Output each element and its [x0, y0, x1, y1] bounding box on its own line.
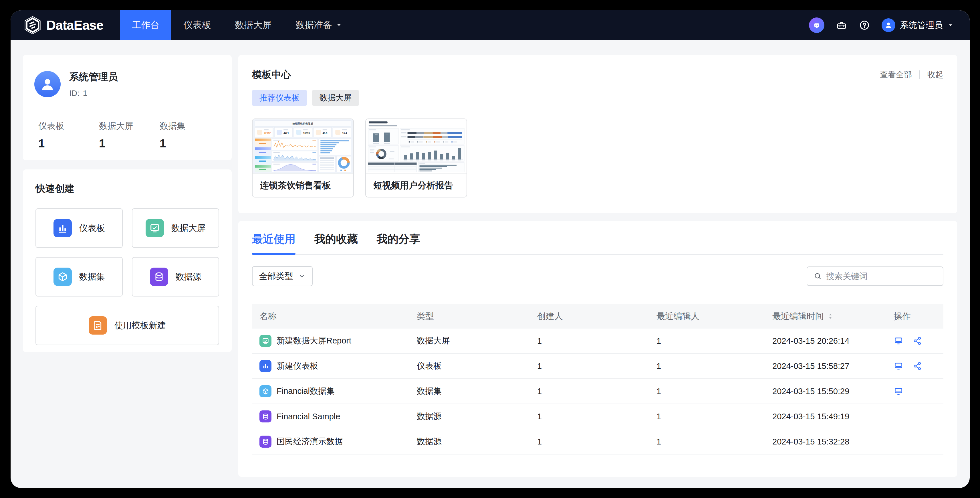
chevron-down-icon [298, 272, 306, 280]
search-box [807, 267, 943, 286]
row-creator: 1 [537, 336, 657, 346]
app-window: DataEase 工作台 仪表板 数据大屏 数据准备 系统管理员 [11, 10, 970, 488]
row-type-icon [259, 385, 272, 397]
row-type-icon [259, 410, 272, 423]
row-name: 新建仪表板 [277, 360, 318, 372]
sort-icon[interactable] [827, 313, 834, 320]
nav-item-数据准备[interactable]: 数据准备 [283, 10, 355, 40]
ai-assistant-button[interactable] [809, 18, 824, 33]
template-filter-tag[interactable]: 数据大屏 [312, 90, 359, 106]
quick-create-数据源[interactable]: 数据源 [132, 257, 219, 297]
top-navbar: DataEase 工作台 仪表板 数据大屏 数据准备 系统管理员 [11, 10, 970, 40]
template-cards: 连锁茶饮销售看板 [252, 118, 943, 198]
tab-最近使用[interactable]: 最近使用 [252, 232, 296, 254]
type-filter-select[interactable]: 全部类型 [252, 266, 313, 286]
monitor-icon[interactable] [894, 386, 903, 396]
quick-create-label: 使用模板新建 [115, 320, 166, 331]
row-editor: 1 [657, 387, 772, 396]
row-edit-time: 2024-03-15 15:49:19 [772, 412, 894, 421]
nav-menu: 工作台 仪表板 数据大屏 数据准备 [120, 10, 355, 40]
tab-我的分享[interactable]: 我的分享 [377, 232, 420, 254]
chart-bars-icon [262, 362, 269, 370]
brand-logo[interactable]: DataEase [24, 16, 103, 35]
col-header-name[interactable]: 名称 [252, 311, 417, 322]
template-thumbnail-video [366, 119, 466, 174]
chevron-down-icon [947, 22, 954, 28]
profile-id-value: 1 [83, 89, 88, 98]
profile-stat: 数据大屏 1 [99, 120, 160, 150]
share-icon[interactable] [913, 361, 922, 371]
person-icon [38, 75, 57, 94]
row-type: 仪表板 [417, 360, 537, 372]
col-header-creator[interactable]: 创建人 [537, 311, 657, 322]
nav-item-仪表板[interactable]: 仪表板 [171, 10, 223, 40]
navbar-right: 系统管理员 [809, 18, 954, 33]
quick-create-数据集[interactable]: 数据集 [35, 257, 123, 297]
row-type: 数据集 [417, 386, 537, 397]
col-header-editor[interactable]: 最近编辑人 [657, 311, 772, 322]
quick-create-icon-tile [146, 219, 164, 237]
template-tags: 推荐仪表板数据大屏 [252, 90, 943, 106]
database-icon [262, 438, 269, 445]
template-center-panel: 模板中心 查看全部 收起 推荐仪表板数据大屏 [238, 55, 957, 213]
tab-我的收藏[interactable]: 我的收藏 [314, 232, 358, 254]
col-header-actions: 操作 [894, 311, 943, 322]
share-icon[interactable] [913, 336, 922, 346]
brand-name: DataEase [46, 18, 103, 33]
quick-create-数据大屏[interactable]: 数据大屏 [132, 208, 219, 248]
profile-name: 系统管理员 [69, 70, 118, 84]
link-divider [920, 70, 920, 79]
help-icon[interactable] [859, 19, 870, 31]
search-input[interactable] [826, 271, 937, 281]
toolbox-icon[interactable] [836, 19, 847, 31]
screen-check-icon [262, 337, 269, 345]
row-type-icon [259, 436, 272, 448]
col-header-type[interactable]: 类型 [417, 311, 537, 322]
stat-label: 数据大屏 [99, 120, 160, 132]
content-column: 模板中心 查看全部 收起 推荐仪表板数据大屏 [238, 55, 957, 477]
collapse-link[interactable]: 收起 [928, 69, 943, 80]
profile-avatar [34, 71, 60, 97]
quick-create-label: 数据集 [79, 271, 105, 283]
user-menu[interactable]: 系统管理员 [881, 18, 954, 32]
table-body: 新建数据大屏Report 数据大屏 1 1 2024-03-15 20:26:1… [252, 329, 943, 455]
table-header: 名称 类型 创建人 最近编辑人 最近编辑时间 操作 [252, 304, 943, 329]
row-editor: 1 [657, 437, 772, 447]
table-row[interactable]: Financial Sample 数据源 1 1 2024-03-15 15:4… [252, 404, 943, 429]
user-avatar [881, 18, 895, 32]
template-thumbnail-tea: 连锁茶饮销售看板 [253, 119, 353, 174]
main-content: 系统管理员 ID: 1 仪表板 1 数据大屏 1 数据集 1 快速创建 [11, 40, 970, 477]
quick-create-label: 数据源 [176, 271, 201, 283]
template-card-video-report[interactable]: 短视频用户分析报告 [365, 118, 467, 198]
template-card-title: 连锁茶饮销售看板 [253, 174, 353, 197]
nav-item-工作台[interactable]: 工作台 [120, 10, 171, 40]
col-header-edit-time[interactable]: 最近编辑时间 [772, 311, 894, 322]
recent-tabs: 最近使用我的收藏我的分享 [252, 232, 943, 255]
left-sidebar: 系统管理员 ID: 1 仪表板 1 数据大屏 1 数据集 1 快速创建 [23, 55, 232, 477]
profile-stat: 仪表板 1 [38, 120, 99, 150]
row-name: 国民经济演示数据 [277, 436, 343, 447]
table-row[interactable]: 新建数据大屏Report 数据大屏 1 1 2024-03-15 20:26:1… [252, 329, 943, 354]
row-creator: 1 [537, 437, 657, 447]
robot-icon [811, 20, 822, 30]
monitor-icon[interactable] [894, 361, 903, 371]
quick-create-仪表板[interactable]: 仪表板 [35, 208, 123, 248]
row-name: Financial数据集 [277, 386, 335, 397]
nav-item-数据大屏[interactable]: 数据大屏 [223, 10, 283, 40]
dataease-logo-icon [24, 16, 41, 35]
database-icon [153, 271, 165, 283]
recent-table: 名称 类型 创建人 最近编辑人 最近编辑时间 操作 新建数据大屏Report 数… [252, 304, 943, 455]
quick-create-title: 快速创建 [35, 182, 219, 195]
table-row[interactable]: 新建仪表板 仪表板 1 1 2024-03-15 15:58:27 [252, 354, 943, 379]
monitor-icon[interactable] [894, 336, 903, 346]
quick-create-icon-tile [54, 219, 72, 237]
svg-text:10099: 10099 [303, 132, 310, 134]
template-card-tea-dashboard[interactable]: 连锁茶饮销售看板 [252, 118, 354, 198]
template-center-title: 模板中心 [252, 68, 291, 81]
view-all-link[interactable]: 查看全部 [880, 69, 912, 80]
template-filter-tag[interactable]: 推荐仪表板 [252, 90, 307, 106]
table-row[interactable]: Financial数据集 数据集 1 1 2024-03-15 15:50:29 [252, 379, 943, 404]
recent-panel: 最近使用我的收藏我的分享 全部类型 名称 类型 创建人 [238, 221, 957, 477]
quick-create-使用模板新建[interactable]: 使用模板新建 [35, 306, 219, 345]
table-row[interactable]: 国民经济演示数据 数据源 1 1 2024-03-15 15:32:28 [252, 429, 943, 455]
